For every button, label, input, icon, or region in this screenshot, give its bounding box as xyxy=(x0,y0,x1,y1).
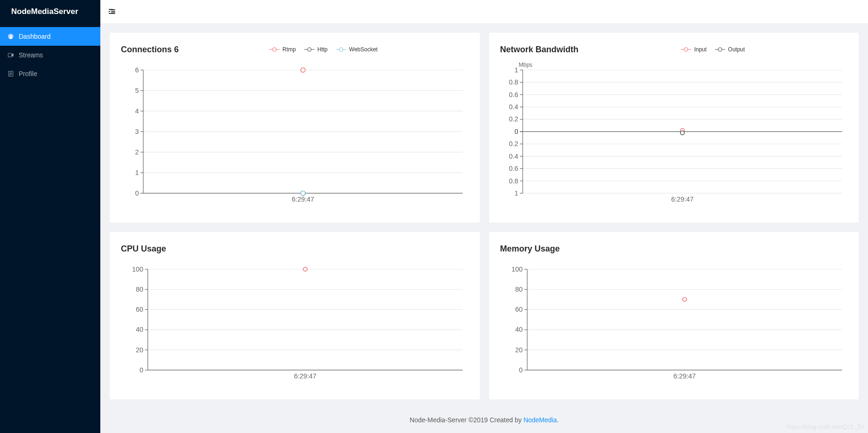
svg-point-111 xyxy=(682,298,686,301)
svg-text:20: 20 xyxy=(515,346,523,354)
app-title: NodeMediaServer xyxy=(0,0,100,23)
legend-item-rtmp[interactable]: Rtmp xyxy=(269,46,296,53)
dashboard-icon xyxy=(7,33,14,40)
sidebar-item-profile[interactable]: Profile xyxy=(0,64,100,83)
svg-text:80: 80 xyxy=(136,286,143,293)
menu-fold-icon[interactable] xyxy=(108,7,116,16)
header xyxy=(100,0,868,23)
chart-title-connections: Connections 6 xyxy=(121,45,179,55)
svg-point-89 xyxy=(303,267,307,271)
chart-title-cpu: CPU Usage xyxy=(121,244,166,254)
svg-text:0: 0 xyxy=(519,366,523,374)
legend-item-http[interactable]: Http xyxy=(304,46,328,53)
profile-icon xyxy=(7,70,14,77)
svg-text:40: 40 xyxy=(515,326,523,334)
svg-text:100: 100 xyxy=(511,265,523,273)
svg-text:6: 6 xyxy=(135,66,139,74)
sidebar-item-label: Profile xyxy=(19,70,37,77)
svg-text:0.4: 0.4 xyxy=(509,103,518,111)
svg-text:0.4: 0.4 xyxy=(509,153,518,160)
svg-text:60: 60 xyxy=(136,306,143,313)
footer: Node-Media-Server ©2019 Created by NodeM… xyxy=(100,409,868,433)
svg-text:80: 80 xyxy=(515,286,523,293)
svg-text:0.6: 0.6 xyxy=(509,91,518,98)
legend-item-websocket[interactable]: WebSocket xyxy=(336,46,378,53)
chart-memory: 020406080100 6:29:47 xyxy=(500,264,848,381)
chart-connections: 0123456 6:29:47 xyxy=(121,64,469,204)
svg-text:6:29:47: 6:29:47 xyxy=(671,196,693,203)
svg-text:0.8: 0.8 xyxy=(509,177,518,185)
svg-text:0: 0 xyxy=(140,366,143,374)
sidebar-item-dashboard[interactable]: Dashboard xyxy=(0,27,100,46)
footer-text: Node-Media-Server ©2019 Created by xyxy=(410,416,524,424)
chart-unit-label: Mbps xyxy=(519,62,532,68)
legend-item-output[interactable]: Output xyxy=(715,46,745,53)
svg-text:0.2: 0.2 xyxy=(509,115,518,123)
svg-point-26 xyxy=(301,191,305,196)
chart-title-memory: Memory Usage xyxy=(500,244,560,254)
svg-text:100: 100 xyxy=(132,265,143,273)
content-grid: Connections 6 Rtmp Http WebSocket 012345… xyxy=(100,23,868,409)
svg-text:20: 20 xyxy=(136,346,143,354)
video-icon xyxy=(7,52,14,58)
legend-connections: Rtmp Http WebSocket xyxy=(179,46,468,53)
sidebar-item-streams[interactable]: Streams xyxy=(0,46,100,64)
svg-text:6:29:47: 6:29:47 xyxy=(292,196,314,203)
sidebar: NodeMediaServer Dashboard Streams Profil… xyxy=(0,0,100,433)
svg-text:60: 60 xyxy=(515,306,523,313)
svg-text:1: 1 xyxy=(514,66,518,74)
svg-text:0: 0 xyxy=(514,128,518,135)
card-memory: Memory Usage 020406080100 6:29:47 xyxy=(489,232,859,399)
sidebar-item-label: Streams xyxy=(19,51,43,59)
chart-title-bandwidth: Network Bandwidth xyxy=(500,45,579,55)
svg-text:0.6: 0.6 xyxy=(509,165,518,172)
legend-item-input[interactable]: Input xyxy=(681,46,707,53)
svg-text:0.2: 0.2 xyxy=(509,140,518,147)
sidebar-item-label: Dashboard xyxy=(19,33,51,40)
svg-text:0.8: 0.8 xyxy=(509,78,518,86)
card-cpu: CPU Usage 020406080100 6:29:47 xyxy=(110,232,480,399)
svg-text:4: 4 xyxy=(135,107,139,115)
svg-text:40: 40 xyxy=(136,326,143,334)
legend-bandwidth: Input Output xyxy=(579,46,847,53)
svg-text:1: 1 xyxy=(514,189,518,197)
card-bandwidth: Network Bandwidth Input Output Mbps 10.8… xyxy=(489,33,859,223)
svg-text:0: 0 xyxy=(135,189,139,197)
svg-text:3: 3 xyxy=(135,128,139,135)
chart-bandwidth: 10.80.60.40.2000.20.40.60.81 6:29:47 xyxy=(500,64,848,204)
card-connections: Connections 6 Rtmp Http WebSocket 012345… xyxy=(110,33,480,223)
svg-text:1: 1 xyxy=(135,169,139,176)
svg-text:6:29:47: 6:29:47 xyxy=(294,372,316,380)
svg-text:2: 2 xyxy=(135,148,139,156)
svg-text:5: 5 xyxy=(135,87,139,94)
svg-point-67 xyxy=(680,131,684,135)
footer-link[interactable]: NodeMedia xyxy=(524,416,557,424)
svg-text:6:29:47: 6:29:47 xyxy=(673,372,696,380)
svg-point-24 xyxy=(301,68,305,72)
chart-cpu: 020406080100 6:29:47 xyxy=(121,264,469,381)
sidebar-menu: Dashboard Streams Profile xyxy=(0,23,100,83)
